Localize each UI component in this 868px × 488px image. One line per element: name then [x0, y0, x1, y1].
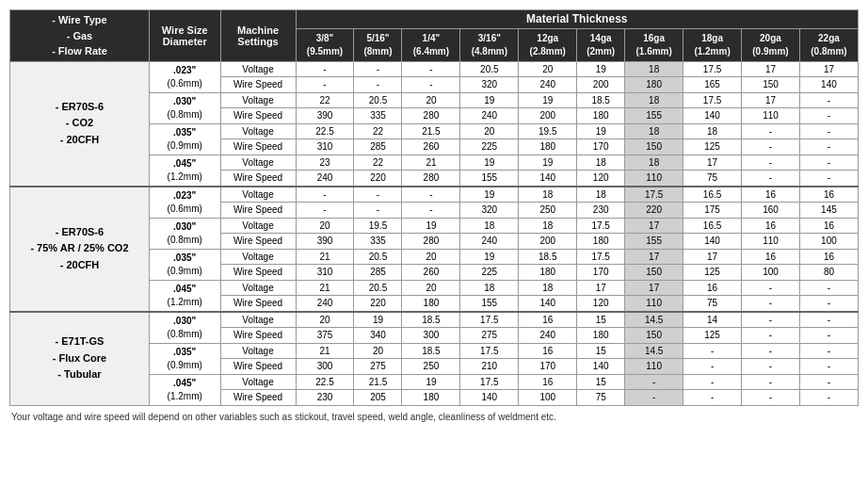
wire-size-cell: .030"(0.8mm): [149, 218, 220, 249]
data-cell: 150: [742, 77, 800, 93]
data-cell: 110: [625, 359, 683, 375]
data-cell: 240: [460, 108, 519, 124]
machine-setting-cell: Voltage: [220, 187, 296, 203]
wire-size-cell: .045"(1.2mm): [149, 155, 220, 187]
data-cell: 285: [354, 139, 402, 155]
wire-size-cell: .035"(0.9mm): [149, 123, 220, 155]
data-cell: 335: [354, 108, 402, 124]
data-cell: 17.5: [577, 218, 625, 234]
machine-settings-header: MachineSettings: [220, 10, 296, 62]
data-cell: 16.5: [683, 187, 742, 203]
data-cell: 19: [460, 155, 519, 170]
data-cell: 150: [625, 139, 683, 155]
data-cell: 21: [402, 155, 460, 170]
data-cell: 100: [799, 234, 858, 250]
data-cell: -: [683, 359, 742, 375]
thickness-col-4: 12ga(2.8mm): [519, 28, 577, 61]
data-cell: 225: [460, 139, 519, 155]
data-cell: 18.5: [402, 343, 460, 359]
data-cell: 18: [683, 123, 742, 139]
data-cell: 140: [519, 295, 577, 311]
data-cell: -: [625, 390, 683, 406]
data-cell: 23: [296, 155, 354, 170]
data-cell: 280: [402, 108, 460, 124]
machine-setting-cell: Wire Speed: [220, 77, 296, 93]
data-cell: 20.5: [354, 249, 402, 265]
data-cell: -: [799, 328, 858, 344]
data-cell: 16: [519, 312, 577, 328]
data-cell: -: [799, 280, 858, 295]
data-cell: 17: [683, 155, 742, 170]
type-gas-flow-header: - Wire Type- Gas- Flow Rate: [10, 10, 150, 62]
data-cell: 180: [577, 328, 625, 344]
data-cell: 120: [577, 295, 625, 311]
data-cell: 280: [402, 234, 460, 250]
data-cell: 155: [625, 108, 683, 124]
data-cell: -: [799, 343, 858, 359]
wire-size-header: Wire SizeDiameter: [149, 10, 220, 62]
machine-setting-cell: Wire Speed: [220, 170, 296, 186]
data-cell: 22.5: [296, 374, 354, 390]
thickness-col-3: 3/16"(4.8mm): [460, 28, 519, 61]
data-cell: -: [799, 170, 858, 186]
data-cell: 205: [354, 390, 402, 406]
machine-setting-cell: Voltage: [220, 155, 296, 170]
machine-setting-cell: Voltage: [220, 280, 296, 295]
data-cell: -: [402, 187, 460, 203]
data-cell: 310: [296, 139, 354, 155]
data-cell: 19: [460, 249, 519, 265]
data-cell: -: [799, 108, 858, 124]
data-cell: 375: [296, 328, 354, 344]
data-cell: 17.5: [577, 249, 625, 265]
data-cell: 18: [519, 280, 577, 295]
data-cell: 285: [354, 265, 402, 281]
data-cell: -: [799, 359, 858, 375]
machine-setting-cell: Voltage: [220, 374, 296, 390]
data-cell: 170: [519, 359, 577, 375]
data-cell: 140: [683, 108, 742, 124]
thickness-col-5: 14ga(2mm): [577, 28, 625, 61]
data-cell: 200: [577, 77, 625, 93]
data-cell: 155: [625, 234, 683, 250]
data-cell: 230: [577, 203, 625, 219]
data-cell: -: [742, 328, 800, 344]
data-cell: -: [799, 139, 858, 155]
data-cell: -: [354, 187, 402, 203]
machine-setting-cell: Voltage: [220, 123, 296, 139]
data-cell: -: [402, 77, 460, 93]
data-cell: -: [742, 295, 800, 311]
data-cell: 18: [577, 155, 625, 170]
data-cell: -: [742, 155, 800, 170]
data-cell: -: [354, 61, 402, 77]
data-cell: 17: [625, 249, 683, 265]
data-cell: 17: [577, 280, 625, 295]
wire-size-cell: .023"(0.6mm): [149, 187, 220, 219]
data-cell: 275: [460, 328, 519, 344]
data-cell: -: [683, 374, 742, 390]
data-cell: -: [296, 187, 354, 203]
data-cell: 180: [577, 234, 625, 250]
wire-size-cell: .035"(0.9mm): [149, 343, 220, 374]
section-type-1: - ER70S-6- 75% AR / 25% CO2- 20CFH: [10, 187, 150, 312]
data-cell: 140: [460, 390, 519, 406]
data-cell: 150: [625, 328, 683, 344]
data-cell: 18: [625, 92, 683, 108]
data-cell: 14.5: [625, 343, 683, 359]
data-cell: 150: [625, 265, 683, 281]
data-cell: 17: [683, 249, 742, 265]
data-cell: 16.5: [683, 218, 742, 234]
data-cell: 18: [460, 280, 519, 295]
data-cell: 16: [683, 280, 742, 295]
data-cell: 100: [519, 390, 577, 406]
data-cell: 390: [296, 234, 354, 250]
data-cell: 180: [625, 77, 683, 93]
data-cell: 170: [577, 265, 625, 281]
data-cell: 20: [460, 123, 519, 139]
data-cell: 260: [402, 265, 460, 281]
data-cell: 19: [402, 374, 460, 390]
data-cell: 19: [402, 218, 460, 234]
data-cell: 140: [683, 234, 742, 250]
data-cell: 19: [577, 123, 625, 139]
data-cell: 16: [519, 374, 577, 390]
data-cell: 165: [683, 77, 742, 93]
